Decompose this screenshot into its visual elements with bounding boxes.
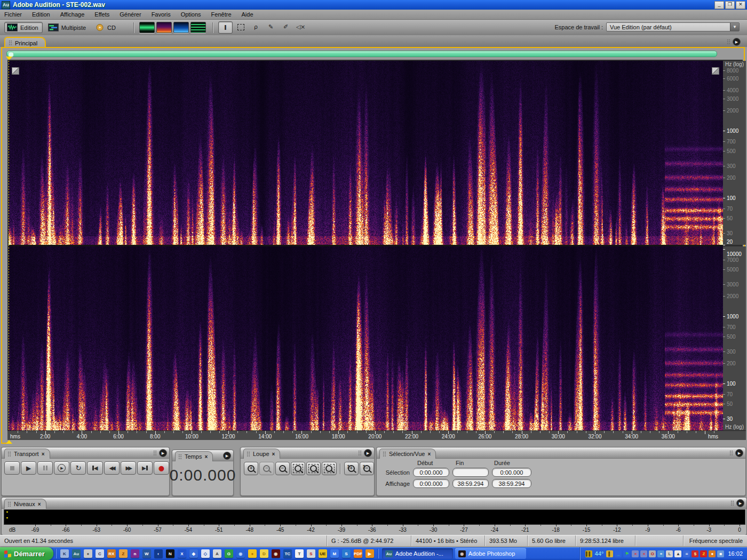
transport-pause-button[interactable] xyxy=(37,461,53,475)
taskbar-app-icon[interactable]: ◇ xyxy=(201,549,210,558)
menu-générer[interactable]: Générer xyxy=(120,11,141,18)
tray-icon[interactable]: » xyxy=(657,550,664,557)
spot-healing-brush-tool[interactable]: ✐ xyxy=(279,21,292,33)
selection-debut-field[interactable]: 0:00.000 xyxy=(413,468,449,477)
temps-tab[interactable]: Temps × xyxy=(175,451,213,461)
taskbar-app-icon[interactable]: A xyxy=(213,549,221,558)
taskbar-app-icon[interactable]: PDF xyxy=(354,549,362,558)
taskbar-app-icon[interactable]: ◉ xyxy=(236,549,245,558)
transport-go-to-end-button[interactable]: ▶ xyxy=(137,461,153,475)
maximize-button[interactable]: ❐ xyxy=(725,1,735,9)
mode-button-cd[interactable]: CD xyxy=(93,22,120,33)
mode-button-edition[interactable]: Edition xyxy=(4,22,43,33)
tray-icon[interactable]: × xyxy=(632,550,639,557)
corner-handle-left[interactable] xyxy=(12,67,19,75)
zoom-in-horizontal-button[interactable]: + xyxy=(244,462,258,475)
taskbar-app-icon[interactable]: K xyxy=(60,549,69,558)
menu-fenêtre[interactable]: Fenêtre xyxy=(211,11,232,18)
menu-favoris[interactable]: Favoris xyxy=(152,11,171,18)
tray-icon[interactable]: O xyxy=(649,550,656,557)
title-bar[interactable]: Au Adobe Audition - STE-002.wav _ ❐ ✕ xyxy=(0,0,747,10)
niveaux-menu-button[interactable]: ▶ xyxy=(736,499,744,507)
transport-record-button[interactable]: ● xyxy=(154,461,169,475)
taskbar-app-icon[interactable]: Z xyxy=(119,549,128,558)
taskbar-app-icon[interactable]: RX xyxy=(107,549,116,558)
temps-menu-button[interactable]: ▶ xyxy=(223,452,231,460)
affichage-fin-field[interactable]: 38:59.294 xyxy=(452,479,489,488)
tray-icon[interactable]: ■ xyxy=(717,550,724,557)
menu-options[interactable]: Options xyxy=(181,11,201,18)
tray-icon[interactable]: ▲ xyxy=(674,550,681,557)
taskbar-app-icon[interactable]: N xyxy=(166,549,174,558)
taskbar-app-icon[interactable]: TC xyxy=(283,549,292,558)
menu-aide[interactable]: Aide xyxy=(242,11,253,18)
transport-play-from-cursor-button[interactable]: ▶ xyxy=(54,461,69,475)
close-icon[interactable]: × xyxy=(42,451,45,457)
close-icon[interactable]: × xyxy=(272,451,275,457)
menu-effets[interactable]: Effets xyxy=(94,11,109,18)
taskbar-app-icon[interactable]: ● xyxy=(84,549,92,558)
zoom-in-right-edge-button[interactable] xyxy=(322,462,336,475)
transport-go-to-beginning-button[interactable]: ◀ xyxy=(87,461,102,475)
transport-loop-play-button[interactable]: ↻ xyxy=(70,461,86,475)
taskbar-app-icon[interactable]: ▶ xyxy=(365,549,374,558)
taskbar-app-icon[interactable]: n xyxy=(131,549,139,558)
zoom-in-vertical-button[interactable]: ↕+ xyxy=(344,462,359,475)
taskbar-app-icon[interactable]: D xyxy=(260,549,268,558)
menu-edition[interactable]: Edition xyxy=(32,11,50,18)
taskbar-app-icon[interactable]: ◆ xyxy=(189,549,198,558)
zoom-in-left-edge-button[interactable] xyxy=(306,462,321,475)
tray-icon[interactable]: ● xyxy=(709,550,716,557)
taskbar-app-icon[interactable]: M xyxy=(330,549,339,558)
transport-fast-forward-button[interactable]: ▶▶ xyxy=(121,461,136,475)
tray-icon[interactable]: ▌▌ xyxy=(585,550,592,557)
menu-affichage[interactable]: Affichage xyxy=(60,11,85,18)
start-button[interactable]: Démarrer xyxy=(0,547,53,560)
task-window-photoshop[interactable]: ◉Adobe Photoshop xyxy=(455,548,526,559)
spectral-pan-view-button[interactable] xyxy=(173,22,189,33)
taskbar-app-icon[interactable]: S xyxy=(307,549,315,558)
frequency-ruler-bottom[interactable]: Hz (log) 1000070005000300020001000700500… xyxy=(723,246,746,430)
taskbar-clock[interactable]: 16:02 xyxy=(728,550,743,557)
minimize-button[interactable]: _ xyxy=(714,1,724,9)
taskbar-app-icon[interactable]: G xyxy=(225,549,233,558)
horizontal-scrollbar[interactable] xyxy=(6,51,717,57)
workspace-dropdown[interactable]: Vue Edition (par défaut) ▼ xyxy=(606,22,740,31)
corner-handle-right[interactable] xyxy=(712,67,719,75)
tray-icon[interactable]: = xyxy=(683,550,690,557)
tray-icon[interactable]: × xyxy=(640,550,647,557)
menu-fichier[interactable]: Fichier xyxy=(4,11,22,18)
selection-fin-field[interactable] xyxy=(452,468,489,477)
tray-icon[interactable]: ⚑ xyxy=(623,550,630,557)
taskbar-app-icon[interactable]: UE xyxy=(319,549,327,558)
niveaux-tab[interactable]: Niveaux × xyxy=(4,499,46,509)
taskbar-app-icon[interactable]: Au xyxy=(72,549,81,558)
scrub-tool[interactable]: ◁× xyxy=(294,21,307,33)
panel-menu-button[interactable]: ▶ xyxy=(733,38,741,46)
close-icon[interactable]: × xyxy=(204,454,208,460)
marquee-selection-tool[interactable] xyxy=(234,21,248,33)
zoom-to-selection-button[interactable] xyxy=(291,462,305,475)
playhead-line[interactable] xyxy=(9,61,9,430)
affichage-debut-field[interactable]: 0:00.000 xyxy=(413,479,449,488)
spectral-frequency-view-button[interactable] xyxy=(156,22,172,33)
spectrogram-right-channel[interactable] xyxy=(9,246,723,430)
time-selection-tool[interactable]: I xyxy=(218,21,233,34)
affichage-duree-field[interactable]: 38:59.294 xyxy=(492,479,531,488)
transport-rewind-button[interactable]: ◀◀ xyxy=(104,461,120,475)
tray-icon[interactable]: L xyxy=(666,550,673,557)
zoom-out-vertical-button[interactable]: ↕− xyxy=(360,462,374,475)
effects-paintbrush-tool[interactable]: ✎ xyxy=(264,21,277,33)
spectrogram-left-channel[interactable] xyxy=(9,61,723,245)
loupe-menu-button[interactable]: ▶ xyxy=(364,449,372,457)
frequency-ruler-top[interactable]: Hz (log) 8000600040003000200010007005003… xyxy=(723,61,746,245)
lasso-selection-tool[interactable]: ρ xyxy=(249,21,263,33)
tray-icon[interactable]: $ xyxy=(692,550,698,557)
loupe-tab[interactable]: Loupe × xyxy=(243,449,280,459)
transport-stop-button[interactable] xyxy=(4,461,20,475)
taskbar-app-icon[interactable]: W xyxy=(142,549,151,558)
close-icon[interactable]: × xyxy=(38,501,41,507)
task-window-audition[interactable]: AuAdobe Audition -... xyxy=(382,548,453,559)
taskbar-app-icon[interactable]: ◉ xyxy=(272,549,280,558)
close-icon[interactable]: × xyxy=(427,451,431,457)
